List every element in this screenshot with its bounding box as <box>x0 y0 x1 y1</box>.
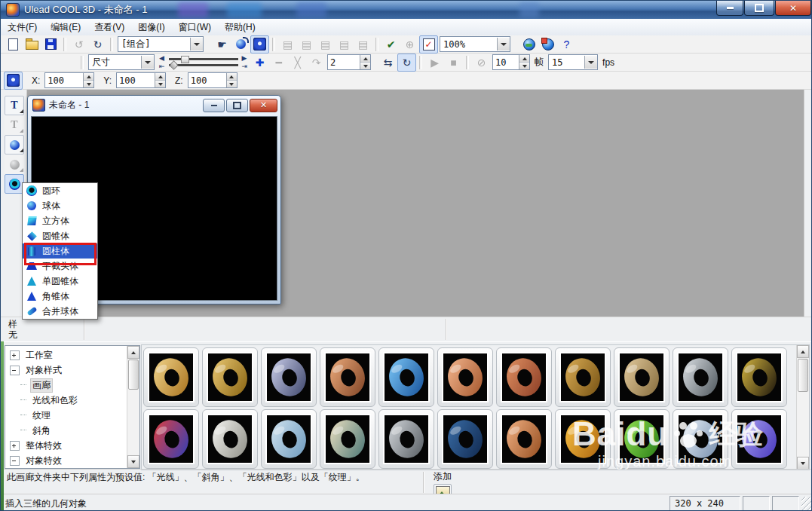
tree-item-2[interactable]: 画廊 <box>5 378 127 393</box>
scroll-up-button[interactable] <box>127 346 139 359</box>
fit-selection-button-2[interactable] <box>4 72 23 90</box>
menu-item-cube[interactable]: 立方体 <box>23 213 97 228</box>
slider-thumb[interactable] <box>169 60 179 70</box>
menu-item-cone[interactable]: 单圆锥体 <box>23 274 97 289</box>
insert-text-tool[interactable]: T <box>5 96 24 115</box>
resize-grip[interactable] <box>801 497 812 510</box>
current-frame-spinner[interactable]: 2 <box>327 54 371 70</box>
size-mode-combo-dropdown[interactable] <box>141 56 154 69</box>
y-spinner-down[interactable] <box>155 80 165 87</box>
gallery-item-blue-bumpy[interactable] <box>378 347 434 407</box>
zoom-combo[interactable]: 100% <box>440 36 510 52</box>
gallery-item-silver-tiled[interactable] <box>673 347 728 407</box>
menu-item-5[interactable]: 帮助(H) <box>218 20 262 35</box>
web-check-button[interactable]: ✔ <box>381 35 400 54</box>
current-frame-spinner-up[interactable] <box>360 55 370 62</box>
close-button[interactable]: ✕ <box>775 1 811 16</box>
gallery-item-denim-blue[interactable] <box>437 409 493 469</box>
slider-thumb[interactable] <box>181 56 189 63</box>
tree-item-5[interactable]: 斜角 <box>5 423 127 438</box>
tree-item-7[interactable]: 对象特效 <box>5 453 127 468</box>
total-frames-spinner-up[interactable] <box>519 55 529 62</box>
restore-button[interactable] <box>744 1 774 16</box>
fps-combo[interactable]: 15 <box>548 54 598 70</box>
menu-item-1[interactable]: 编辑(E) <box>44 20 87 35</box>
cycle-mode-button[interactable]: ↻ <box>397 54 416 72</box>
export-image-button[interactable] <box>538 35 557 54</box>
menu-item-double-cone[interactable]: 圆锥体 <box>23 228 97 243</box>
gallery-item-steel-blue[interactable] <box>261 347 317 407</box>
gallery-item-ice-silver[interactable] <box>673 409 728 469</box>
current-frame-spinner-down[interactable] <box>360 62 370 69</box>
document-minimize-button[interactable] <box>203 99 225 112</box>
z-spinner-up[interactable] <box>227 73 237 80</box>
save-button[interactable] <box>41 35 60 54</box>
tree-item-4[interactable]: 纹理 <box>5 408 127 423</box>
fps-combo-dropdown[interactable] <box>584 56 597 69</box>
insert-graphics-tool[interactable] <box>5 135 24 155</box>
size-mode-combo[interactable]: 尺寸 <box>88 54 155 70</box>
tree-item-1[interactable]: 对象样式 <box>5 363 127 378</box>
gallery-item-gold-ringed[interactable] <box>202 347 258 407</box>
next-frame-icon[interactable]: ▶ <box>242 55 248 62</box>
total-frames-spinner[interactable]: 10 <box>492 54 530 70</box>
menu-item-capsule[interactable]: 合并球体 <box>23 304 97 319</box>
tree-item-6[interactable]: 整体特效 <box>5 438 127 453</box>
gallery-item-carved-copper[interactable] <box>496 347 552 407</box>
x-spinner-down[interactable] <box>84 80 93 87</box>
tree-scrollbar[interactable] <box>127 346 139 468</box>
to-end-icon[interactable]: ⇥ <box>242 63 248 70</box>
gallery-item-riveted-steel[interactable] <box>378 409 434 469</box>
gallery-item-black-gold-spots[interactable] <box>731 347 787 407</box>
menu-item-sphere[interactable]: 球体 <box>23 198 97 213</box>
gallery-item-sky-blue[interactable] <box>261 409 317 469</box>
gallery-item-white-ceramic[interactable] <box>202 409 258 469</box>
menu-item-pyramid[interactable]: 角锥体 <box>23 289 97 304</box>
rotate-tool-button[interactable] <box>231 35 250 54</box>
gallery-item-bronze-pattern[interactable] <box>555 347 611 407</box>
scroll-down-button[interactable] <box>797 457 809 470</box>
expand-icon[interactable] <box>10 350 20 360</box>
collapse-icon[interactable] <box>10 366 20 375</box>
scroll-thumb[interactable] <box>798 359 808 392</box>
y-spinner[interactable]: 100 <box>116 72 166 88</box>
zoom-combo-dropdown[interactable] <box>497 38 510 50</box>
menu-item-2[interactable]: 查看(V) <box>87 20 131 35</box>
menu-item-3[interactable]: 图像(I) <box>131 20 171 35</box>
gallery-item-cream-teal[interactable] <box>320 409 375 469</box>
gallery-item-copper-faceted[interactable] <box>496 409 552 469</box>
tree-item-0[interactable]: 工作室 <box>5 347 127 363</box>
preview-toggle-button[interactable]: ✓ <box>419 35 438 54</box>
open-file-button[interactable] <box>23 35 41 54</box>
fit-selection-button[interactable] <box>250 35 269 54</box>
export-web-button[interactable] <box>519 35 538 54</box>
range-slider[interactable] <box>169 64 238 67</box>
gallery-item-gold-smooth[interactable] <box>143 347 199 407</box>
gallery-item-copper-smooth[interactable] <box>320 347 375 407</box>
scroll-thumb[interactable] <box>128 360 139 390</box>
object-group-combo-dropdown[interactable] <box>190 38 203 50</box>
total-frames-spinner-down[interactable] <box>519 62 529 69</box>
to-start-icon[interactable]: ⇤ <box>159 63 165 70</box>
menu-item-torus[interactable]: 圆环 <box>23 183 97 198</box>
gallery-item-amber-knurled[interactable] <box>555 409 611 469</box>
z-spinner[interactable]: 100 <box>188 72 237 88</box>
tree-item-3[interactable]: 光线和色彩 <box>5 393 127 408</box>
redo-button[interactable]: ↻ <box>88 35 107 54</box>
minimize-button[interactable] <box>716 1 743 16</box>
scroll-down-button[interactable] <box>127 455 139 468</box>
x-spinner[interactable]: 100 <box>44 72 94 88</box>
menu-item-0[interactable]: 文件(F) <box>1 20 44 35</box>
loop-mode-button[interactable]: ⇆ <box>378 54 397 72</box>
gallery-item-green-glossy[interactable] <box>614 409 670 469</box>
document-restore-button[interactable] <box>226 99 248 112</box>
menu-item-4[interactable]: 窗口(W) <box>172 20 218 35</box>
frame-slider[interactable] <box>169 58 238 61</box>
context-help-button[interactable]: ? <box>557 35 576 54</box>
prev-frame-icon[interactable]: ◀ <box>159 55 165 62</box>
expand-icon[interactable] <box>10 441 20 451</box>
scroll-up-button[interactable] <box>797 345 809 358</box>
gallery-item-violet[interactable] <box>731 409 787 469</box>
y-spinner-up[interactable] <box>155 73 165 80</box>
document-close-button[interactable]: ✕ <box>250 99 277 112</box>
